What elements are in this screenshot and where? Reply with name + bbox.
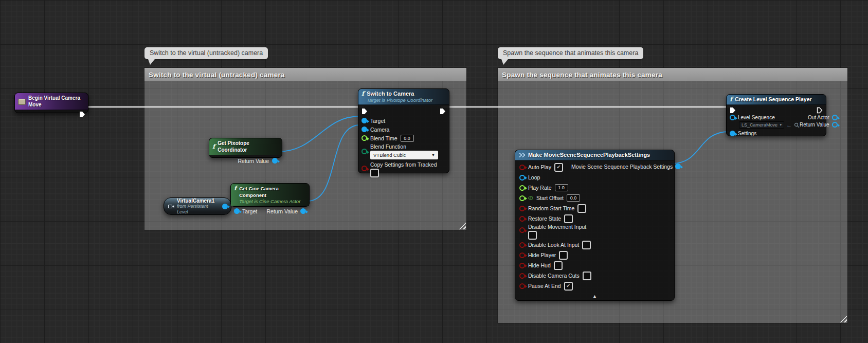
target-pin[interactable]	[361, 118, 367, 123]
return-value-pin[interactable]	[272, 158, 278, 164]
node-get-pixotope-coordinator[interactable]: f Get Pixotope Coordinator Return Value	[209, 138, 282, 158]
level-sequence-dropdown[interactable]: LS_CameraMove ▾	[739, 121, 784, 129]
pin-row-play-rate: Play Rate1.0	[515, 183, 674, 193]
target-pin[interactable]	[234, 208, 240, 214]
pin-label: Target	[242, 208, 257, 214]
settings-pin[interactable]	[730, 131, 735, 136]
pause-at-end-checkbox[interactable]: ✔	[564, 282, 573, 291]
disable-look-at-input-checkbox[interactable]	[582, 241, 591, 249]
exec-in-pin[interactable]	[730, 107, 736, 114]
pin-label: Restore State	[528, 215, 561, 222]
chevron-down-icon: ▾	[780, 123, 782, 127]
chevron-down-icon: ▼	[431, 153, 435, 157]
pin-row-disable-look-at-input: Disable Look At Input	[515, 240, 674, 250]
disable-movement-input-checkbox[interactable]	[528, 231, 537, 240]
pin-label: Return Value	[266, 208, 298, 214]
blend-time-input[interactable]: 0.0	[401, 135, 414, 142]
pin-row-auto-play: Auto Play✔	[515, 162, 567, 172]
pin-label: Hide Hud	[528, 262, 551, 268]
pin-label: Random Start Time	[528, 205, 574, 211]
copy-settings-checkbox[interactable]	[370, 169, 379, 177]
node-title: Get Pixotope Coordinator	[218, 140, 278, 153]
pin-label: Level Sequence	[738, 115, 775, 120]
pin-row-disable-camera-cuts: Disable Camera Cuts	[515, 270, 674, 281]
browse-asset-icon[interactable]	[794, 122, 800, 128]
copy-settings-pin[interactable]	[361, 166, 367, 171]
out-actor-pin[interactable]	[832, 115, 838, 120]
blend-function-pin[interactable]	[361, 149, 367, 154]
comment-bubble: Spawn the sequence that animates this ca…	[498, 47, 643, 59]
hide-player-pin[interactable]	[519, 252, 525, 258]
disable-camera-cuts-checkbox[interactable]	[583, 272, 591, 280]
comment-resize-handle[interactable]	[459, 222, 466, 229]
level-sequence-pin[interactable]	[730, 115, 735, 120]
random-start-time-checkbox[interactable]	[577, 204, 586, 213]
restore-state-checkbox[interactable]	[564, 214, 573, 223]
node-subtitle: Target is Pixotope Coordinator	[367, 97, 432, 103]
exec-out-pin[interactable]	[440, 108, 446, 115]
pin-label: Auto Play	[528, 164, 551, 170]
return-value-pin[interactable]	[832, 122, 838, 128]
exec-in-pin[interactable]	[361, 108, 368, 115]
hide-hud-pin[interactable]	[519, 263, 525, 268]
node-virtualcamera1[interactable]: VirtualCamera1 from Persistent Level	[164, 197, 231, 215]
play-rate-pin[interactable]	[519, 185, 525, 191]
play-rate-input[interactable]: 1.0	[555, 184, 568, 191]
pin-row-start-offset: Start Offset0.0	[515, 193, 674, 203]
comment-title[interactable]: Spawn the sequence that animates this ca…	[498, 68, 847, 81]
pin-label: Start Offset	[536, 195, 564, 201]
pin-label: Pause At End	[528, 283, 561, 289]
pin-label: Copy Settings from Tracked	[370, 161, 437, 168]
variable-source: from Persistent Level	[177, 204, 220, 215]
disable-movement-input-pin[interactable]	[519, 227, 525, 233]
variable-output-pin[interactable]	[222, 204, 228, 209]
restore-state-pin[interactable]	[519, 216, 525, 222]
pin-row-disable-movement-input: Disable Movement Input	[515, 224, 674, 240]
pin-label: Play Rate	[528, 185, 552, 191]
node-subtitle: Target is Cine Camera Actor	[239, 198, 305, 204]
blend-time-pin[interactable]	[361, 135, 367, 141]
start-offset-input[interactable]: 0.0	[567, 194, 580, 202]
use-selected-asset-icon[interactable]: ←	[786, 122, 792, 128]
blend-function-dropdown[interactable]: VTBlend Cubic ▼	[370, 151, 438, 159]
pin-label: Disable Movement Input	[528, 224, 586, 230]
pin-row-restore-state: Restore State	[515, 213, 674, 224]
camera-pin[interactable]	[361, 127, 367, 132]
node-create-level-sequence-player[interactable]: f Create Level Sequence Player Level Seq…	[726, 94, 826, 136]
hide-hud-checkbox[interactable]	[554, 261, 563, 270]
node-get-cine-camera-component[interactable]: f Get Cine Camera Component Target is Ci…	[230, 183, 310, 207]
loop-pin[interactable]	[519, 175, 525, 180]
comment-title[interactable]: Switch to the virtual (untracked) camera	[144, 68, 466, 81]
pin-label: Disable Look At Input	[528, 242, 579, 248]
node-make-moviescenesequenceplaybacksettings[interactable]: Make MovieSceneSequencePlaybackSettings …	[515, 150, 675, 301]
make-struct-icon	[518, 152, 526, 158]
exec-out-pin[interactable]	[817, 107, 823, 114]
pin-label: Disable Camera Cuts	[528, 273, 580, 279]
exec-out-pin[interactable]	[79, 111, 85, 118]
auto-play-pin[interactable]	[519, 165, 525, 170]
node-title: Get Cine Camera Component	[239, 185, 305, 198]
comment-resize-handle[interactable]	[840, 315, 847, 322]
random-start-time-pin[interactable]	[519, 206, 525, 211]
pin-row-hide-player: Hide Player	[515, 250, 674, 260]
custom-event-icon	[18, 99, 26, 105]
playback-settings-output-pin[interactable]	[675, 164, 681, 169]
collapse-node-arrow[interactable]: ▲	[592, 294, 597, 299]
sequencer-time-icon	[528, 196, 533, 200]
node-title: Switch to Camera	[367, 91, 432, 97]
blueprint-graph-canvas[interactable]: Switch to the virtual (untracked) camera…	[0, 0, 868, 343]
disable-camera-cuts-pin[interactable]	[519, 273, 525, 279]
function-icon: f	[361, 91, 364, 97]
pause-at-end-pin[interactable]	[519, 283, 525, 289]
hide-player-checkbox[interactable]	[559, 251, 568, 260]
node-begin-virtual-camera-move[interactable]: Begin Virtual Camera Move	[14, 93, 88, 113]
start-offset-pin[interactable]	[519, 195, 525, 201]
function-icon: f	[212, 143, 215, 150]
pin-label: Blend Time	[370, 135, 397, 141]
return-value-pin[interactable]	[300, 208, 306, 214]
disable-look-at-input-pin[interactable]	[519, 242, 525, 248]
node-switch-to-camera[interactable]: f Switch to Camera Target is Pixotope Co…	[358, 88, 449, 173]
auto-play-checkbox[interactable]: ✔	[554, 163, 563, 172]
camera-icon	[168, 204, 174, 209]
node-title: Make MovieSceneSequencePlaybackSettings	[528, 152, 650, 158]
